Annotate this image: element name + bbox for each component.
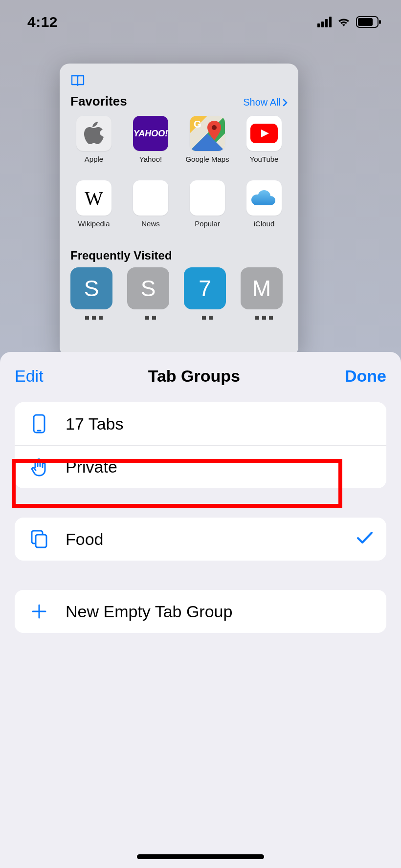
svg-point-8 bbox=[212, 125, 217, 130]
new-tab-group-label: New Empty Tab Group bbox=[66, 602, 374, 621]
frequently-visited-heading: Frequently Visited bbox=[70, 249, 288, 262]
favorite-label: News bbox=[141, 219, 160, 236]
favorite-label: Google Maps bbox=[185, 155, 229, 172]
favorite-label: YouTube bbox=[250, 155, 279, 172]
tabs-row[interactable]: 17 Tabs bbox=[15, 402, 386, 445]
svg-rect-14 bbox=[36, 535, 46, 547]
show-all-link[interactable]: Show All bbox=[243, 97, 288, 108]
tab-group-label: Food bbox=[66, 530, 356, 549]
frequent-tile-icon: S bbox=[70, 267, 112, 309]
sheet-title: Tab Groups bbox=[148, 367, 240, 386]
favorite-news[interactable]: News bbox=[127, 180, 174, 236]
chevron-right-icon bbox=[283, 99, 288, 107]
favorite-wikipedia[interactable]: W Wikipedia bbox=[70, 180, 117, 236]
sheet-header: Edit Tab Groups Done bbox=[0, 352, 401, 397]
google-maps-icon: G bbox=[190, 116, 225, 151]
svg-rect-2 bbox=[379, 20, 381, 24]
favorite-popular[interactable]: Popular bbox=[184, 180, 231, 236]
private-row[interactable]: Private bbox=[15, 445, 386, 488]
battery-icon bbox=[356, 16, 381, 28]
status-bar: 4:12 bbox=[0, 0, 401, 39]
frequent-site[interactable]: M bbox=[241, 267, 288, 322]
status-icons bbox=[317, 16, 381, 28]
favorite-icloud[interactable]: iCloud bbox=[241, 180, 288, 236]
tabs-row-label: 17 Tabs bbox=[66, 414, 374, 434]
favorite-label: Yahoo! bbox=[139, 155, 162, 172]
frequent-tile-icon: 7 bbox=[184, 267, 226, 309]
edit-button[interactable]: Edit bbox=[15, 367, 44, 386]
frequent-site[interactable]: 7 bbox=[184, 267, 231, 322]
apple-icon bbox=[76, 116, 111, 151]
favorite-google-maps[interactable]: G Google Maps bbox=[184, 116, 231, 172]
icloud-icon bbox=[246, 180, 282, 216]
favorite-label: Apple bbox=[85, 155, 103, 172]
svg-text:G: G bbox=[194, 119, 201, 130]
frequent-site[interactable]: S bbox=[127, 267, 174, 322]
new-empty-tab-group-row[interactable]: New Empty Tab Group bbox=[15, 590, 386, 633]
favorite-yahoo[interactable]: YAHOO! Yahoo! bbox=[127, 116, 174, 172]
cellular-signal-icon bbox=[317, 17, 332, 27]
checkmark-icon bbox=[356, 530, 374, 549]
favorite-label: iCloud bbox=[254, 219, 275, 236]
tab-groups-sheet: Edit Tab Groups Done 17 Tabs Private bbox=[0, 352, 401, 868]
youtube-icon bbox=[246, 116, 282, 151]
device-icon bbox=[27, 414, 51, 434]
status-time: 4:12 bbox=[27, 14, 58, 30]
stacked-squares-icon bbox=[27, 529, 51, 549]
done-button[interactable]: Done bbox=[345, 367, 386, 386]
frequent-tile-icon: S bbox=[127, 267, 169, 309]
yahoo-icon: YAHOO! bbox=[133, 116, 168, 151]
wifi-icon bbox=[336, 17, 351, 27]
favorites-heading: Favorites bbox=[70, 94, 127, 109]
frequent-label-redacted bbox=[184, 313, 231, 322]
news-folder-icon bbox=[133, 180, 168, 216]
frequent-tile-icon: M bbox=[241, 267, 283, 309]
favorite-label: Wikipedia bbox=[78, 219, 110, 236]
home-indicator[interactable] bbox=[137, 854, 264, 859]
frequent-label-redacted bbox=[241, 313, 288, 322]
frequent-label-redacted bbox=[127, 313, 174, 322]
favorites-grid: Apple YAHOO! Yahoo! G Google Maps bbox=[70, 116, 288, 236]
private-row-label: Private bbox=[66, 457, 374, 477]
wikipedia-icon: W bbox=[76, 180, 111, 216]
popular-folder-icon bbox=[190, 180, 225, 216]
default-tabs-group: 17 Tabs Private bbox=[15, 402, 386, 488]
tab-group-food[interactable]: Food bbox=[15, 518, 386, 561]
user-tab-groups: Food bbox=[15, 518, 386, 561]
frequent-site[interactable]: S bbox=[70, 267, 117, 322]
frequent-label-redacted bbox=[70, 313, 117, 322]
hand-icon bbox=[27, 457, 51, 477]
show-all-label: Show All bbox=[243, 97, 281, 108]
new-tab-group-section: New Empty Tab Group bbox=[15, 590, 386, 633]
frequently-visited-grid: S S 7 M bbox=[70, 267, 288, 322]
favorite-youtube[interactable]: YouTube bbox=[241, 116, 288, 172]
favorite-label: Popular bbox=[195, 219, 220, 236]
bookmarks-icon[interactable] bbox=[70, 74, 288, 87]
favorite-apple[interactable]: Apple bbox=[70, 116, 117, 172]
plus-icon bbox=[27, 603, 51, 620]
safari-start-page: Favorites Show All Apple YAHOO! Yahoo! bbox=[60, 64, 298, 357]
svg-rect-1 bbox=[358, 18, 373, 26]
